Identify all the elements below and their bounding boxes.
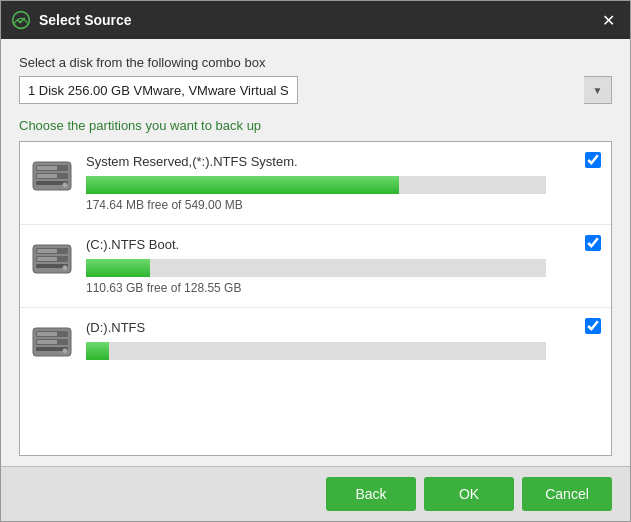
partitions-list: System Reserved,(*:).NTFS System.174.64 …: [19, 141, 612, 456]
partition-progress-fill: [86, 342, 109, 360]
partition-checkbox[interactable]: [585, 152, 601, 168]
partition-item: (D:).NTFS: [20, 308, 611, 376]
partition-drive-icon: [30, 320, 74, 364]
svg-rect-14: [37, 257, 57, 261]
cancel-button[interactable]: Cancel: [522, 477, 612, 511]
dropdown-arrow-icon: ▼: [584, 76, 612, 104]
partition-drive-icon: [30, 237, 74, 281]
dialog-content: Select a disk from the following combo b…: [1, 39, 630, 466]
partition-name: (C:).NTFS Boot.: [86, 237, 601, 252]
partition-drive-icon: [30, 154, 74, 198]
dialog-icon: [11, 10, 31, 30]
partition-free-space: 110.63 GB free of 128.55 GB: [86, 281, 601, 295]
disk-label: Select a disk from the following combo b…: [19, 55, 612, 70]
svg-point-19: [63, 349, 68, 354]
svg-rect-13: [37, 249, 57, 253]
partition-details: (D:).NTFS: [86, 320, 601, 360]
partition-checkbox[interactable]: [585, 318, 601, 334]
svg-rect-7: [37, 174, 57, 178]
svg-point-0: [13, 12, 30, 29]
select-source-dialog: Select Source ✕ Select a disk from the f…: [0, 0, 631, 522]
svg-point-5: [63, 183, 68, 188]
partition-checkbox[interactable]: [585, 235, 601, 251]
svg-point-12: [63, 266, 68, 271]
title-bar: Select Source ✕: [1, 1, 630, 39]
dialog-footer: Back OK Cancel: [1, 466, 630, 521]
disk-dropdown-wrapper: 1 Disk 256.00 GB VMware, VMware Virtual …: [19, 76, 612, 104]
partition-item: (C:).NTFS Boot.110.63 GB free of 128.55 …: [20, 225, 611, 308]
disk-dropdown[interactable]: 1 Disk 256.00 GB VMware, VMware Virtual …: [19, 76, 298, 104]
partition-progress-bar: [86, 259, 546, 277]
partition-name: System Reserved,(*:).NTFS System.: [86, 154, 601, 169]
svg-rect-20: [37, 332, 57, 336]
partitions-label: Choose the partitions you want to back u…: [19, 118, 612, 133]
back-button[interactable]: Back: [326, 477, 416, 511]
partition-name: (D:).NTFS: [86, 320, 601, 335]
partition-progress-bar: [86, 176, 546, 194]
svg-rect-6: [37, 166, 57, 170]
partition-free-space: 174.64 MB free of 549.00 MB: [86, 198, 601, 212]
disk-dropdown-row: 1 Disk 256.00 GB VMware, VMware Virtual …: [19, 76, 612, 104]
partition-details: (C:).NTFS Boot.110.63 GB free of 128.55 …: [86, 237, 601, 295]
close-button[interactable]: ✕: [596, 8, 620, 32]
partition-progress-fill: [86, 176, 399, 194]
partition-progress-bar: [86, 342, 546, 360]
partition-details: System Reserved,(*:).NTFS System.174.64 …: [86, 154, 601, 212]
partition-item: System Reserved,(*:).NTFS System.174.64 …: [20, 142, 611, 225]
partition-progress-fill: [86, 259, 150, 277]
ok-button[interactable]: OK: [424, 477, 514, 511]
svg-rect-21: [37, 340, 57, 344]
dialog-title: Select Source: [39, 12, 596, 28]
